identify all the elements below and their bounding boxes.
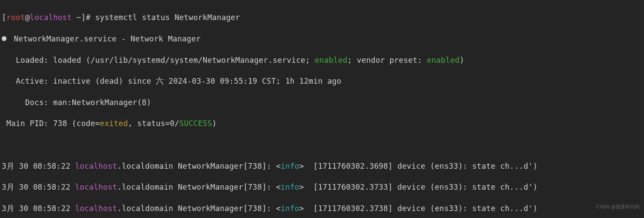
command-1: systemctl status NetworkManager [95,13,240,22]
log-line: 3月 30 08:58:22 localhost.localdomain Net… [2,182,642,192]
prompt-line-1: [root@localhost ~]# systemctl status Net… [2,12,642,23]
active-line: Active: inactive (dead) since 六 2024-03-… [2,76,642,86]
log-line: 3月 30 08:58:22 localhost.localdomain Net… [2,203,642,214]
terminal-output[interactable]: [root@localhost ~]# systemctl status Net… [0,0,644,218]
service-title-line: NetworkManager.service - Network Manager [2,34,642,44]
log-line: 3月 30 08:58:22 localhost.localdomain Net… [2,161,642,171]
docs-line: Docs: man:NetworkManager(8) [2,97,642,108]
status-bullet-icon [2,36,7,41]
watermark: CSDN @我爱写代码 [596,204,640,210]
mainpid-line: Main PID: 738 (code=exited, status=0/SUC… [2,118,642,129]
blank-line [2,140,642,150]
loaded-line: Loaded: loaded (/usr/lib/systemd/system/… [2,55,642,65]
